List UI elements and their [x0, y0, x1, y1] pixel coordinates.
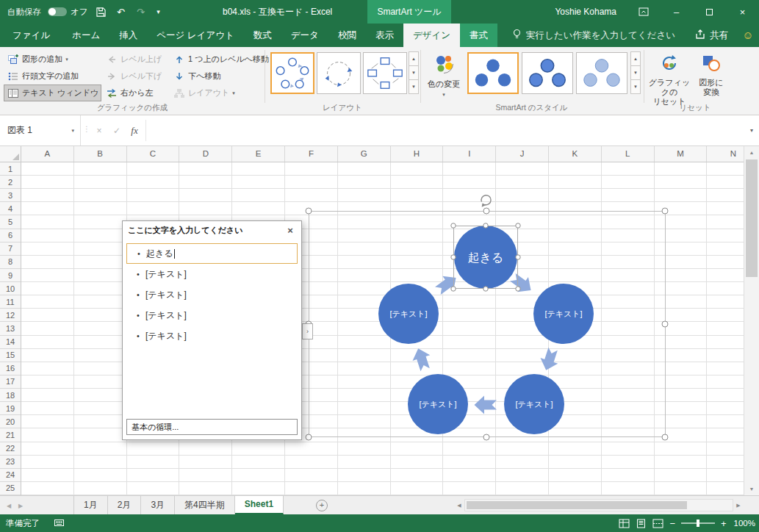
- ribbon-tab[interactable]: ホーム: [62, 24, 109, 47]
- vertical-scrollbar-thumb[interactable]: [746, 159, 758, 277]
- row-header[interactable]: 20: [0, 415, 21, 428]
- demote-button[interactable]: レベル下げ: [103, 68, 164, 84]
- row-header[interactable]: 16: [0, 362, 21, 375]
- column-header[interactable]: H: [391, 146, 444, 162]
- formula-input[interactable]: [147, 115, 737, 145]
- hscroll-track[interactable]: [464, 499, 733, 511]
- style-thumbnail-subtle[interactable]: [576, 52, 627, 94]
- expand-formula-bar-button[interactable]: ▾: [750, 115, 753, 145]
- move-up-button[interactable]: 1 つ上のレベルへ移動: [170, 51, 271, 67]
- view-page-break-button[interactable]: [652, 519, 663, 528]
- row-header[interactable]: 21: [0, 428, 21, 442]
- sheet-tab[interactable]: Sheet1: [235, 496, 284, 514]
- enter-button[interactable]: ✓: [109, 115, 125, 145]
- share-button[interactable]: 共有: [686, 24, 737, 47]
- column-header[interactable]: I: [443, 146, 496, 162]
- row-header[interactable]: 11: [0, 295, 21, 309]
- redo-button[interactable]: ↷: [134, 7, 148, 18]
- zoom-out-button[interactable]: −: [669, 518, 675, 529]
- ribbon-tab[interactable]: データ: [281, 24, 328, 47]
- layout-thumbnail-block-cycle[interactable]: [363, 52, 407, 94]
- ribbon-tab[interactable]: 表示: [366, 24, 403, 47]
- text-pane-item[interactable]: •[テキスト]: [126, 264, 298, 284]
- gallery-down-button[interactable]: ▼: [409, 65, 419, 80]
- row-header[interactable]: 3: [0, 189, 21, 202]
- feedback-smiley-icon[interactable]: ☺: [737, 24, 759, 47]
- maximize-button[interactable]: [693, 0, 726, 24]
- view-page-layout-button[interactable]: [636, 519, 647, 528]
- promote-button[interactable]: レベル上げ: [103, 51, 164, 67]
- gallery-up-button[interactable]: ▲: [409, 51, 419, 66]
- style-thumbnail-shaded[interactable]: [522, 52, 573, 94]
- column-header[interactable]: D: [179, 146, 232, 162]
- column-header[interactable]: K: [549, 146, 602, 162]
- row-header[interactable]: 23: [0, 456, 21, 469]
- column-header[interactable]: A: [21, 146, 74, 162]
- row-header[interactable]: 14: [0, 336, 21, 349]
- row-header[interactable]: 17: [0, 375, 21, 389]
- row-header[interactable]: 1: [0, 162, 21, 176]
- row-header[interactable]: 13: [0, 322, 21, 335]
- zoom-in-button[interactable]: +: [721, 518, 727, 529]
- text-pane-close-button[interactable]: ×: [284, 225, 296, 236]
- row-header[interactable]: 8: [0, 256, 21, 269]
- sheet-tab[interactable]: 1月: [73, 496, 108, 514]
- row-header[interactable]: 12: [0, 309, 21, 322]
- gallery-up-button[interactable]: ▲: [630, 51, 641, 66]
- sheet-tab[interactable]: 第4四半期: [175, 496, 235, 514]
- autosave-toggle[interactable]: オフ: [48, 7, 88, 18]
- insert-function-button[interactable]: fx: [126, 115, 143, 145]
- sheet-tab[interactable]: 3月: [141, 496, 175, 514]
- ribbon-tab-file[interactable]: ファイル: [0, 24, 62, 47]
- column-header[interactable]: J: [496, 146, 549, 162]
- row-header[interactable]: 4: [0, 202, 21, 215]
- formula-bar-resizer[interactable]: ⋮: [83, 125, 90, 133]
- tell-me-box[interactable]: 実行したい作業を入力してください: [512, 24, 675, 47]
- row-header[interactable]: 25: [0, 482, 21, 495]
- ribbon-tab[interactable]: 数式: [244, 24, 281, 47]
- column-header[interactable]: C: [127, 146, 180, 162]
- cancel-button[interactable]: ×: [91, 115, 107, 145]
- column-header[interactable]: L: [602, 146, 655, 162]
- sheet-nav-right-button[interactable]: ▶: [15, 496, 26, 515]
- close-button[interactable]: ×: [726, 0, 759, 24]
- column-header[interactable]: B: [74, 146, 127, 162]
- view-normal-button[interactable]: [619, 519, 630, 528]
- save-button[interactable]: [95, 7, 108, 17]
- ribbon-display-options-button[interactable]: [627, 0, 660, 24]
- sheet-tab[interactable]: 2月: [108, 496, 142, 514]
- undo-button[interactable]: ↶: [115, 7, 128, 18]
- zoom-slider[interactable]: [681, 522, 715, 524]
- row-header[interactable]: 9: [0, 269, 21, 282]
- row-header[interactable]: 10: [0, 282, 21, 295]
- scroll-up-button[interactable]: ▲: [744, 146, 759, 159]
- row-header[interactable]: 22: [0, 442, 21, 456]
- layout-button[interactable]: レイアウト ▾: [170, 85, 237, 101]
- hscroll-left-button[interactable]: ◀: [454, 503, 464, 508]
- ribbon-tab[interactable]: 校閲: [328, 24, 366, 47]
- ribbon-tab[interactable]: ページ レイアウト: [147, 24, 244, 47]
- column-header[interactable]: E: [232, 146, 285, 162]
- right-to-left-button[interactable]: 右から左: [103, 85, 156, 101]
- select-all-button[interactable]: [0, 146, 21, 162]
- column-header[interactable]: N: [707, 146, 744, 162]
- add-bullet-button[interactable]: 行頭文字の追加: [4, 68, 81, 84]
- gallery-more-button[interactable]: ▼: [630, 79, 641, 94]
- column-header[interactable]: M: [655, 146, 708, 162]
- gallery-more-button[interactable]: ▼: [409, 79, 419, 94]
- hscroll-right-button[interactable]: ▶: [733, 503, 744, 508]
- zoom-level[interactable]: 100%: [734, 519, 755, 528]
- row-header[interactable]: 18: [0, 389, 21, 402]
- move-down-button[interactable]: 下へ移動: [170, 68, 223, 84]
- row-header[interactable]: 15: [0, 349, 21, 362]
- ribbon-tab-contextual[interactable]: 書式: [460, 24, 497, 47]
- layout-thumbnail-basic-cycle[interactable]: [270, 52, 314, 94]
- new-sheet-button[interactable]: +: [316, 500, 328, 511]
- column-header[interactable]: G: [338, 146, 391, 162]
- vertical-scrollbar[interactable]: ▲ ▼: [744, 146, 759, 495]
- row-header[interactable]: 6: [0, 229, 21, 242]
- text-pane-collapse-button[interactable]: ›: [302, 323, 313, 339]
- ribbon-tab[interactable]: 挿入: [109, 24, 147, 47]
- add-shape-button[interactable]: 図形の追加 ▾: [4, 51, 71, 67]
- customize-qat-caret[interactable]: ▾: [154, 8, 163, 15]
